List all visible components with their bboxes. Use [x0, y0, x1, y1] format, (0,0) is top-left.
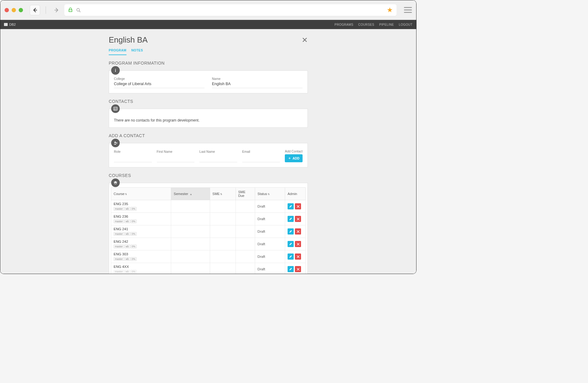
cell-admin: [285, 225, 306, 238]
tab-program[interactable]: PROGRAM: [109, 47, 126, 55]
delete-button[interactable]: [295, 266, 301, 272]
bookmark-star-icon[interactable]: ★: [387, 6, 393, 14]
role-input[interactable]: [114, 155, 152, 162]
first-name-label: First Name: [157, 150, 195, 153]
add-contact-label: Add Contact: [285, 149, 303, 153]
courses-table: Course⇅ Semester ▲ SME⇅ SME Due Status⇅ …: [111, 187, 306, 274]
add-contact-button[interactable]: ＋ ADD: [285, 154, 303, 162]
th-sme[interactable]: SME⇅: [210, 188, 236, 200]
cell-admin: [285, 238, 306, 250]
course-tag: wb: [124, 207, 130, 211]
course-name[interactable]: ENG 303: [114, 252, 168, 256]
cell-sme: [210, 213, 236, 225]
delete-button[interactable]: [295, 228, 301, 235]
course-name[interactable]: ENG 242: [114, 240, 168, 243]
nav-courses[interactable]: COURSES: [358, 23, 374, 26]
edit-button[interactable]: [288, 241, 294, 247]
th-sme-due[interactable]: SME Due: [236, 188, 255, 200]
svg-rect-2: [115, 70, 116, 72]
brand[interactable]: DB2: [4, 23, 16, 26]
edit-button[interactable]: [288, 253, 294, 260]
email-input[interactable]: [242, 155, 280, 162]
address-bar[interactable]: ★: [64, 4, 397, 16]
course-tag: wb: [124, 220, 130, 223]
course-tag: master: [114, 232, 124, 236]
cell-sme_due: [236, 263, 255, 274]
divider: [46, 6, 46, 14]
course-tag: 0%: [130, 232, 137, 236]
x-icon: [297, 255, 300, 258]
edit-button[interactable]: [288, 216, 294, 222]
browser-back-button[interactable]: [30, 5, 40, 15]
delete-button[interactable]: [295, 253, 301, 260]
cell-status: Draft: [255, 200, 285, 213]
section-title-courses: COURSES: [109, 173, 308, 178]
course-name[interactable]: ENG 236: [114, 215, 168, 218]
delete-button[interactable]: [295, 203, 301, 209]
course-tag: 0%: [130, 257, 137, 261]
delete-button[interactable]: [295, 216, 301, 222]
edit-button[interactable]: [288, 228, 294, 235]
course-name[interactable]: ENG 241: [114, 227, 168, 231]
cell-sme: [210, 250, 236, 263]
cell-status: Draft: [255, 213, 285, 225]
pencil-icon: [289, 268, 292, 271]
tabs: PROGRAMNOTES: [109, 47, 308, 55]
window-maximize-icon[interactable]: [19, 8, 23, 12]
table-row: ENG 236masterwb0%Draft: [111, 213, 306, 225]
nav-programs[interactable]: PROGRAMS: [334, 23, 353, 26]
x-icon: [297, 230, 300, 233]
x-icon: [297, 243, 300, 246]
browser-forward-button[interactable]: [51, 5, 62, 15]
nav-logout[interactable]: LOGOUT: [399, 23, 413, 26]
course-tag: wb: [124, 270, 130, 273]
table-row: ENG 242masterwb0%Draft: [111, 238, 306, 250]
last-name-input[interactable]: [199, 155, 237, 162]
cell-sme: [210, 225, 236, 238]
course-name[interactable]: ENG 235: [114, 202, 168, 206]
last-name-label: Last Name: [199, 150, 237, 153]
window-close-icon[interactable]: [5, 8, 9, 12]
nav-pipeline[interactable]: PIPELINE: [379, 23, 394, 26]
first-name-input[interactable]: [157, 155, 195, 162]
cell-semester: [171, 238, 210, 250]
cell-admin: [285, 263, 306, 274]
cell-sme: [210, 263, 236, 274]
database-icon: [4, 23, 8, 26]
window-minimize-icon[interactable]: [12, 8, 16, 12]
name-label: Name: [212, 77, 303, 81]
cell-admin: [285, 200, 306, 213]
course-name[interactable]: ENG 4XX: [114, 265, 168, 268]
section-title-program-info: PROGRAM INFORMATION: [109, 61, 308, 66]
sort-asc-icon: ▲: [190, 193, 192, 196]
edit-button[interactable]: [288, 266, 294, 272]
x-icon: [297, 205, 300, 208]
add-user-icon: [111, 139, 120, 147]
program-info-panel: College College of Liberal Arts Name Eng…: [109, 70, 308, 93]
info-icon: [111, 66, 120, 75]
svg-point-1: [115, 69, 116, 69]
tab-notes[interactable]: NOTES: [131, 47, 143, 55]
app-navbar: DB2 PROGRAMS COURSES PIPELINE LOGOUT: [0, 20, 416, 29]
delete-button[interactable]: [295, 241, 301, 247]
cell-status: Draft: [255, 238, 285, 250]
sort-icon: ⇅: [268, 193, 270, 196]
courses-panel: Course⇅ Semester ▲ SME⇅ SME Due Status⇅ …: [109, 183, 308, 274]
cell-sme_due: [236, 225, 255, 238]
cell-status: Draft: [255, 250, 285, 263]
cell-sme_due: [236, 213, 255, 225]
cell-semester: [171, 263, 210, 274]
th-semester[interactable]: Semester ▲: [171, 188, 210, 200]
th-course[interactable]: Course⇅: [111, 188, 171, 200]
th-status[interactable]: Status⇅: [255, 188, 285, 200]
course-tag: master: [114, 207, 124, 211]
course-tag: 0%: [130, 270, 137, 273]
pencil-icon: [289, 205, 292, 208]
close-icon[interactable]: ✕: [302, 36, 308, 44]
edit-button[interactable]: [288, 203, 294, 209]
course-tag: master: [114, 270, 124, 273]
browser-menu-button[interactable]: [404, 7, 412, 13]
brand-label: DB2: [9, 23, 16, 26]
window-controls: [5, 8, 23, 12]
course-tag: 0%: [130, 207, 137, 211]
